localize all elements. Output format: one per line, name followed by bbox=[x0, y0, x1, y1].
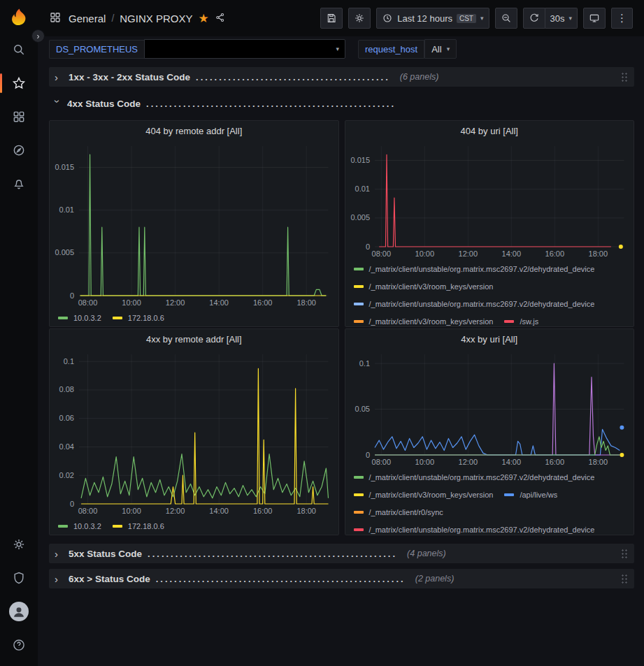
svg-text:08:00: 08:00 bbox=[371, 249, 391, 258]
row-title: 1xx - 3xx - 2xx Status Code bbox=[69, 72, 190, 82]
grafana-logo-icon[interactable] bbox=[7, 0, 31, 33]
row-title: 5xx Status Code bbox=[69, 549, 142, 559]
request-host-select[interactable]: All ▾ bbox=[424, 39, 457, 59]
svg-text:10:00: 10:00 bbox=[415, 249, 434, 258]
save-dashboard-button[interactable] bbox=[320, 8, 343, 29]
legend-item[interactable]: /_matrix/client/r0/sync bbox=[354, 505, 443, 519]
svg-text:12:00: 12:00 bbox=[458, 249, 478, 258]
svg-text:0.015: 0.015 bbox=[350, 156, 370, 164]
dashboard-settings-button[interactable] bbox=[348, 8, 371, 29]
legend-item[interactable]: /_matrix/client/unstable/org.matrix.msc2… bbox=[354, 523, 595, 535]
legend-item[interactable]: 172.18.0.6 bbox=[113, 311, 164, 324]
dashboard-canvas: › 1xx - 3xx - 2xx Status Code ..........… bbox=[38, 61, 644, 666]
legend-item[interactable]: /_matrix/client/unstable/org.matrix.msc2… bbox=[354, 297, 595, 310]
svg-text:0.04: 0.04 bbox=[59, 442, 74, 451]
legend-item[interactable]: /_matrix/client/v3/room_keys/version bbox=[354, 314, 494, 326]
admin-shield-icon[interactable] bbox=[0, 561, 38, 595]
sidebar-bottom bbox=[0, 528, 38, 666]
row-drag-handle[interactable] bbox=[621, 549, 629, 559]
share-icon[interactable] bbox=[215, 12, 226, 25]
legend-swatch bbox=[354, 493, 364, 496]
svg-text:18:00: 18:00 bbox=[588, 458, 608, 466]
time-range-picker[interactable]: Last 12 hours CST ▾ bbox=[376, 8, 489, 29]
panel-title[interactable]: 4xx by remote addr [All] bbox=[50, 329, 338, 349]
time-series-chart[interactable]: 08:0010:0012:0014:0016:0018:0000.050.1 bbox=[345, 349, 634, 468]
legend-item[interactable]: /sw.js bbox=[504, 314, 538, 326]
row-dots: ........................................… bbox=[196, 72, 390, 82]
svg-text:0.02: 0.02 bbox=[59, 471, 74, 479]
legend-item[interactable]: 172.18.0.6 bbox=[113, 519, 164, 533]
svg-text:0.05: 0.05 bbox=[355, 405, 369, 413]
panel-title[interactable]: 404 by uri [All] bbox=[345, 121, 634, 140]
refresh-interval-picker[interactable]: 30s ▾ bbox=[545, 8, 578, 29]
chevron-right-icon: › bbox=[55, 573, 63, 585]
legend-label: /_matrix/client/v3/room_keys/version bbox=[369, 282, 494, 291]
panel-legend: 10.0.3.2172.18.0.6 bbox=[50, 516, 338, 535]
legend-item[interactable]: /api/live/ws bbox=[504, 488, 557, 501]
row-4xx[interactable]: › 4xx Status Code ......................… bbox=[49, 94, 634, 113]
svg-text:0: 0 bbox=[70, 500, 74, 508]
refresh-button[interactable] bbox=[523, 8, 545, 29]
row-drag-handle[interactable] bbox=[621, 72, 629, 82]
row-dots: ........................................… bbox=[146, 99, 396, 109]
datasource-select[interactable]: ▾ bbox=[144, 39, 345, 59]
datasource-variable-label[interactable]: DS_PROMETHEUS bbox=[49, 40, 144, 59]
svg-text:0.015: 0.015 bbox=[55, 163, 74, 171]
time-series-chart[interactable]: 08:0010:0012:0014:0016:0018:0000.020.040… bbox=[50, 349, 338, 516]
sidebar-collapse-button[interactable]: › bbox=[31, 29, 45, 43]
chevron-down-icon: ▾ bbox=[447, 45, 450, 52]
settings-gear-icon[interactable] bbox=[0, 528, 38, 561]
starred-dashboards-icon[interactable] bbox=[0, 66, 38, 100]
svg-text:0.01: 0.01 bbox=[59, 205, 74, 214]
panel-title[interactable]: 404 by remote addr [All] bbox=[50, 121, 338, 140]
time-series-chart[interactable]: 08:0010:0012:0014:0016:0018:0000.0050.01… bbox=[345, 140, 634, 259]
legend-item[interactable]: /_matrix/client/unstable/org.matrix.msc2… bbox=[354, 470, 595, 484]
help-icon[interactable] bbox=[0, 628, 38, 662]
chevron-down-icon: ▾ bbox=[480, 15, 484, 22]
row-panel-count: (2 panels) bbox=[415, 574, 455, 584]
legend-label: /_matrix/client/unstable/org.matrix.msc2… bbox=[369, 526, 595, 534]
legend-item[interactable]: 10.0.3.2 bbox=[58, 519, 101, 533]
svg-text:0.005: 0.005 bbox=[350, 213, 370, 222]
apps-grid-icon[interactable] bbox=[49, 11, 62, 26]
legend-item[interactable]: 10.0.3.2 bbox=[58, 311, 101, 324]
time-range-label: Last 12 hours bbox=[397, 13, 452, 24]
tv-mode-button[interactable] bbox=[583, 8, 606, 29]
user-avatar[interactable] bbox=[0, 595, 38, 628]
request-host-variable-label[interactable]: request_host bbox=[358, 40, 424, 59]
panel-title[interactable]: 4xx by uri [All] bbox=[345, 329, 634, 349]
row-drag-handle[interactable] bbox=[621, 574, 629, 584]
legend-swatch bbox=[354, 285, 364, 288]
row-dots: ........................................… bbox=[148, 549, 397, 559]
page-title[interactable]: NGINX PROXY bbox=[120, 13, 192, 24]
legend-swatch bbox=[113, 317, 122, 319]
explore-compass-icon[interactable] bbox=[0, 133, 38, 167]
sidebar bbox=[0, 0, 38, 666]
svg-text:16:00: 16:00 bbox=[545, 249, 564, 258]
zoom-out-button[interactable] bbox=[495, 8, 517, 29]
row-dots: ........................................… bbox=[156, 574, 406, 584]
panel-legend: 10.0.3.2172.18.0.6 bbox=[50, 308, 338, 326]
legend-item[interactable]: /_matrix/client/v3/room_keys/version bbox=[354, 280, 494, 293]
svg-text:10:00: 10:00 bbox=[122, 298, 141, 307]
legend-swatch bbox=[113, 525, 122, 528]
time-series-chart[interactable]: 08:0010:0012:0014:0016:0018:0000.0050.01… bbox=[50, 140, 338, 308]
row-6xx[interactable]: › 6xx > Status Code ....................… bbox=[49, 569, 634, 588]
legend-swatch bbox=[504, 493, 514, 496]
topbar-actions: Last 12 hours CST ▾ 30s ▾ ⋮ bbox=[320, 8, 633, 29]
legend-item[interactable]: /_matrix/client/v3/room_keys/version bbox=[354, 488, 494, 501]
refresh-group: 30s ▾ bbox=[523, 8, 578, 29]
kebab-menu-icon[interactable]: ⋮ bbox=[611, 8, 633, 29]
row-title: 4xx Status Code bbox=[67, 99, 141, 109]
row-5xx[interactable]: › 5xx Status Code ......................… bbox=[49, 544, 634, 563]
row-1xx-3xx-2xx[interactable]: › 1xx - 3xx - 2xx Status Code ..........… bbox=[49, 67, 634, 87]
row-panel-count: (6 panels) bbox=[400, 72, 439, 82]
dashboards-icon[interactable] bbox=[0, 100, 38, 133]
chevron-down-icon: › bbox=[52, 99, 64, 108]
favorite-star-icon[interactable]: ★ bbox=[198, 13, 208, 24]
breadcrumb-section[interactable]: General bbox=[69, 13, 106, 24]
svg-text:0.01: 0.01 bbox=[355, 184, 369, 193]
legend-item[interactable]: /_matrix/client/unstable/org.matrix.msc2… bbox=[354, 262, 595, 275]
alerting-bell-icon[interactable] bbox=[0, 167, 38, 201]
legend-swatch bbox=[354, 528, 364, 531]
